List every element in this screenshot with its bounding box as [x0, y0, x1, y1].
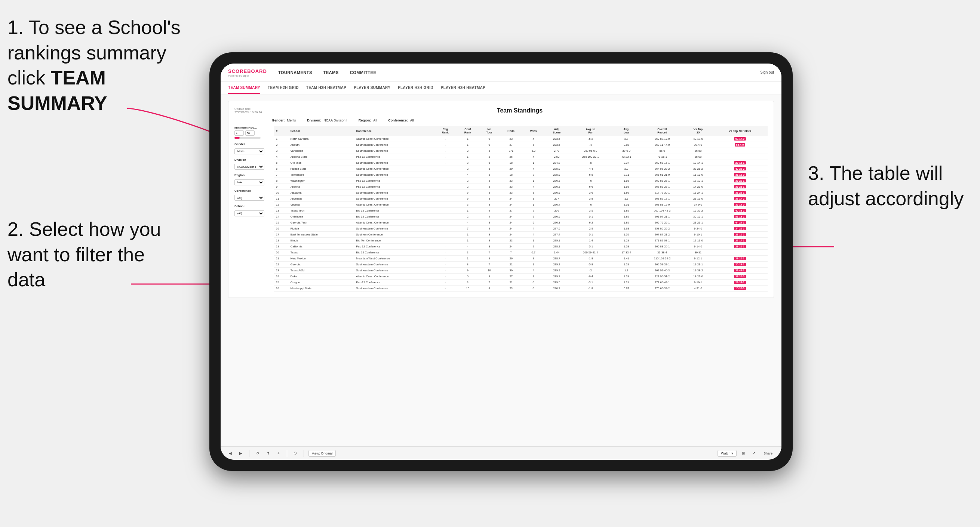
col-vs-top-25: Vs Top25 [684, 126, 712, 136]
table-cell: 17-33-4 [612, 250, 641, 256]
table-cell: - [434, 142, 457, 148]
col-rnds: Rnds [500, 126, 522, 136]
region-select[interactable]: N/A All [234, 179, 264, 186]
view-original-button[interactable]: View: Original [309, 450, 336, 457]
min-rounds-row [234, 130, 268, 136]
tab-team-h2h-grid[interactable]: TEAM H2H GRID [268, 83, 299, 94]
table-cell: 43-23-1 [612, 154, 641, 160]
toolbar-forward[interactable]: ▶ [237, 450, 245, 457]
filter-division-label: Division: [307, 119, 321, 122]
table-cell: 260 117-4-0 [641, 142, 684, 148]
table-cell: 2.7 [612, 136, 641, 142]
table-cell: 4 [522, 226, 544, 232]
gender-select[interactable]: Men's Women's [234, 148, 264, 154]
table-cell: 86.58 [684, 148, 712, 154]
toolbar-external[interactable]: ↗ [750, 450, 757, 457]
table-cell: 268 82-18-1 [641, 196, 684, 202]
table-cell: 3 [457, 202, 479, 208]
col-no-tour: NoTour [479, 126, 500, 136]
toolbar-clock[interactable]: ⏱ [292, 450, 299, 457]
table-cell: 40-38-2 [712, 208, 768, 214]
content-area: Update time: 27/03/2024 16:56:26 Team St… [221, 95, 781, 446]
table-cell: 1 [457, 142, 479, 148]
table-cell: 29-20-1 [712, 256, 768, 262]
share-label: Share [764, 451, 773, 455]
nav-teams[interactable]: TEAMS [323, 70, 339, 75]
table-cell: 21 [500, 279, 522, 286]
table-cell: Alabama [289, 190, 355, 196]
table-cell: 6 [522, 142, 544, 148]
table-cell: 2 [522, 208, 544, 214]
table-cell: 8 [457, 262, 479, 268]
table-cell: 15-32-2 [684, 208, 712, 214]
min-rounds-min-input[interactable] [234, 130, 244, 136]
table-cell: 209 97-21-1 [641, 214, 684, 220]
toolbar-reload[interactable]: ↻ [254, 450, 261, 457]
table-cell: 269 92-40-3 [641, 268, 684, 274]
table-cell: 6 [522, 220, 544, 226]
col-conf-rank: ConfRank [457, 126, 479, 136]
toolbar-grid[interactable]: ⊞ [740, 450, 747, 457]
table-cell: -2.9 [569, 226, 612, 232]
table-cell: Pac-12 Conference [354, 154, 434, 160]
table-row: 22GeorgiaSoutheastern Conference-8721127… [274, 262, 768, 268]
table-cell: 262 86-25-1 [641, 178, 684, 184]
table-cell: 7 [479, 250, 500, 256]
table-cell: 63-17-0 [712, 136, 768, 142]
share-button[interactable]: Share [760, 450, 775, 456]
table-cell: 20 [274, 250, 289, 256]
tab-player-h2h-grid[interactable]: PLAYER H2H GRID [398, 83, 433, 94]
table-row: 8WashingtonPac-12 Conference-28231276.3-… [274, 178, 768, 184]
table-cell: 24 [500, 196, 522, 202]
sign-out-button[interactable]: Sign out [760, 70, 774, 75]
table-cell: Arkansas [289, 196, 355, 202]
table-cell: Arizona [289, 184, 355, 190]
col-avg-low: Avg.Low [612, 126, 641, 136]
division-select[interactable]: NCAA Division I NCAA Division II NCAA Di… [234, 164, 264, 170]
gender-control-label: Gender [234, 143, 268, 146]
content-header: Update time: 27/03/2024 16:56:26 Team St… [234, 107, 768, 114]
table-cell: -6.6 [569, 184, 612, 190]
table-cell: 11 [274, 196, 289, 202]
table-cell: 1.21 [612, 279, 641, 286]
table-cell: 5 [457, 274, 479, 279]
table-cell: 18-12-1 [684, 178, 712, 184]
min-rounds-max-input[interactable] [245, 130, 255, 136]
table-cell: 4 [457, 244, 479, 250]
table-cell: 24 [500, 244, 522, 250]
nav-bar: SCOREBOARD Powered by clipp! TOURNAMENTS… [221, 63, 781, 81]
table-cell: 4 [457, 172, 479, 178]
conference-select[interactable]: (All) [234, 195, 264, 201]
table-row: 20TexasBig 12 Conference-3770.71.44269 5… [274, 250, 768, 256]
school-select[interactable]: (All) [234, 210, 264, 216]
table-cell: Southeastern Conference [354, 262, 434, 268]
table-cell: 1 [457, 154, 479, 160]
table-row: 25OregonPac-12 Conference-37210279.5-3.1… [274, 279, 768, 286]
table-cell: 23-33-1 [712, 279, 768, 286]
table-cell: 33-44-3 [712, 268, 768, 274]
watch-button[interactable]: Watch ▾ [718, 450, 737, 457]
nav-tournaments[interactable]: TOURNAMENTS [278, 70, 312, 75]
table-cell: 23-23-1 [684, 220, 712, 226]
tab-player-summary[interactable]: PLAYER SUMMARY [354, 83, 390, 94]
nav-committee[interactable]: COMMITTEE [350, 70, 377, 75]
toolbar-sep1 [249, 450, 250, 457]
tab-team-h2h-heatmap[interactable]: TEAM H2H HEATMAP [306, 83, 346, 94]
filter-region: Region: All [359, 119, 377, 122]
tab-player-h2h-heatmap[interactable]: PLAYER H2H HEATMAP [441, 83, 485, 94]
table-cell: 1.86 [612, 190, 641, 196]
min-rounds-slider[interactable] [234, 137, 261, 139]
table-cell: 23 [500, 190, 522, 196]
table-row: 4Arizona StatePac-12 Conference-182642.5… [274, 154, 768, 160]
table-cell: 10 [457, 286, 479, 292]
toolbar-add[interactable]: + [275, 450, 282, 457]
table-cell: - [434, 178, 457, 184]
table-cell: Southeastern Conference [354, 196, 434, 202]
toolbar-back[interactable]: ◀ [227, 450, 234, 457]
col-avg-to-par: Avg. toPar [569, 126, 612, 136]
table-cell: Big 12 Conference [354, 250, 434, 256]
toolbar-share-icon[interactable]: ⬆ [264, 450, 272, 457]
table-cell: 268 83-15-0 [641, 202, 684, 208]
table-cell: 275.9 [544, 172, 569, 178]
tab-team-summary[interactable]: TEAM SUMMARY [228, 83, 260, 94]
